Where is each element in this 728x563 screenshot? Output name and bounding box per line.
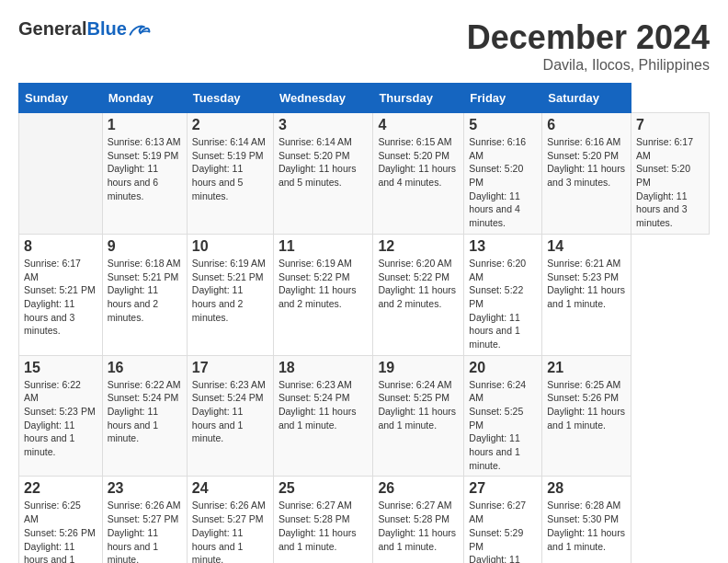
logo-blue-part: Blue <box>86 18 150 40</box>
day-number: 5 <box>469 117 537 133</box>
day-number: 7 <box>636 117 704 133</box>
day-number: 21 <box>547 360 626 376</box>
day-number: 16 <box>108 360 182 376</box>
day-number: 20 <box>469 360 537 376</box>
day-info: Sunrise: 6:25 AMSunset: 5:26 PMDaylight:… <box>24 500 96 563</box>
calendar-day-cell: 3 Sunrise: 6:14 AMSunset: 5:20 PMDayligh… <box>273 113 373 235</box>
day-info: Sunrise: 6:27 AMSunset: 5:29 PMDaylight:… <box>469 500 526 563</box>
day-info: Sunrise: 6:22 AMSunset: 5:23 PMDaylight:… <box>24 379 96 457</box>
calendar-day-cell <box>19 113 103 235</box>
day-info: Sunrise: 6:20 AMSunset: 5:22 PMDaylight:… <box>378 258 456 309</box>
calendar-day-cell: 14 Sunrise: 6:21 AMSunset: 5:23 PMDaylig… <box>542 234 631 355</box>
day-number: 6 <box>547 117 626 133</box>
day-info: Sunrise: 6:17 AMSunset: 5:21 PMDaylight:… <box>24 258 96 336</box>
title-area: December 2024 Davila, Ilocos, Philippine… <box>467 18 710 74</box>
calendar-day-cell: 12 Sunrise: 6:20 AMSunset: 5:22 PMDaylig… <box>373 234 464 355</box>
day-info: Sunrise: 6:19 AMSunset: 5:22 PMDaylight:… <box>279 258 357 309</box>
day-info: Sunrise: 6:26 AMSunset: 5:27 PMDaylight:… <box>108 500 181 563</box>
day-info: Sunrise: 6:24 AMSunset: 5:25 PMDaylight:… <box>469 379 526 471</box>
calendar-day-cell: 17 Sunrise: 6:23 AMSunset: 5:24 PMDaylig… <box>187 355 273 477</box>
calendar-day-cell: 24 Sunrise: 6:26 AMSunset: 5:27 PMDaylig… <box>187 477 273 563</box>
day-of-week-header: Sunday <box>19 84 103 113</box>
day-info: Sunrise: 6:18 AMSunset: 5:21 PMDaylight:… <box>108 258 181 323</box>
day-info: Sunrise: 6:26 AMSunset: 5:27 PMDaylight:… <box>192 500 266 563</box>
day-info: Sunrise: 6:21 AMSunset: 5:23 PMDaylight:… <box>547 258 625 309</box>
day-number: 2 <box>192 117 268 133</box>
calendar-day-cell: 15 Sunrise: 6:22 AMSunset: 5:23 PMDaylig… <box>19 355 103 477</box>
day-number: 19 <box>378 360 459 376</box>
day-number: 10 <box>192 238 268 255</box>
day-info: Sunrise: 6:16 AMSunset: 5:20 PMDaylight:… <box>547 136 625 188</box>
day-of-week-header: Monday <box>102 84 187 113</box>
calendar-day-cell: 9 Sunrise: 6:18 AMSunset: 5:21 PMDayligh… <box>102 234 187 355</box>
calendar-week-row: 22 Sunrise: 6:25 AMSunset: 5:26 PMDaylig… <box>19 477 710 563</box>
day-number: 18 <box>279 360 369 376</box>
calendar-day-cell: 11 Sunrise: 6:19 AMSunset: 5:22 PMDaylig… <box>273 234 373 355</box>
calendar-day-cell: 4 Sunrise: 6:15 AMSunset: 5:20 PMDayligh… <box>373 113 464 235</box>
day-number: 11 <box>279 238 369 255</box>
day-info: Sunrise: 6:23 AMSunset: 5:24 PMDaylight:… <box>192 379 266 444</box>
day-number: 28 <box>547 480 626 497</box>
day-of-week-header: Saturday <box>542 84 631 113</box>
logo-general-text: General <box>18 18 86 40</box>
day-of-week-header: Tuesday <box>187 84 273 113</box>
day-number: 15 <box>24 360 97 376</box>
logo-blue-text: Blue <box>86 18 126 40</box>
day-info: Sunrise: 6:17 AMSunset: 5:20 PMDaylight:… <box>636 136 693 228</box>
day-info: Sunrise: 6:27 AMSunset: 5:28 PMDaylight:… <box>378 500 456 551</box>
calendar-day-cell: 10 Sunrise: 6:19 AMSunset: 5:21 PMDaylig… <box>187 234 273 355</box>
day-number: 13 <box>469 238 537 255</box>
day-number: 23 <box>108 480 182 497</box>
calendar-week-row: 15 Sunrise: 6:22 AMSunset: 5:23 PMDaylig… <box>19 355 710 477</box>
day-info: Sunrise: 6:25 AMSunset: 5:26 PMDaylight:… <box>547 379 625 431</box>
day-of-week-header: Friday <box>464 84 542 113</box>
day-number: 17 <box>192 360 268 376</box>
day-info: Sunrise: 6:24 AMSunset: 5:25 PMDaylight:… <box>378 379 456 431</box>
day-info: Sunrise: 6:19 AMSunset: 5:21 PMDaylight:… <box>192 258 266 323</box>
logo: General Blue <box>18 18 151 40</box>
calendar-day-cell: 5 Sunrise: 6:16 AMSunset: 5:20 PMDayligh… <box>464 113 542 235</box>
day-number: 27 <box>469 480 537 497</box>
page-header: General Blue December 2024 Davila, Iloco… <box>18 18 710 74</box>
calendar-day-cell: 20 Sunrise: 6:24 AMSunset: 5:25 PMDaylig… <box>464 355 542 477</box>
calendar-day-cell: 19 Sunrise: 6:24 AMSunset: 5:25 PMDaylig… <box>373 355 464 477</box>
day-number: 9 <box>108 238 182 255</box>
calendar-day-cell: 22 Sunrise: 6:25 AMSunset: 5:26 PMDaylig… <box>19 477 103 563</box>
day-number: 25 <box>279 480 369 497</box>
day-of-week-header: Thursday <box>373 84 464 113</box>
day-info: Sunrise: 6:22 AMSunset: 5:24 PMDaylight:… <box>108 379 181 444</box>
calendar-day-cell: 1 Sunrise: 6:13 AMSunset: 5:19 PMDayligh… <box>102 113 187 235</box>
main-title: December 2024 <box>467 18 710 57</box>
calendar-day-cell: 25 Sunrise: 6:27 AMSunset: 5:28 PMDaylig… <box>273 477 373 563</box>
day-number: 14 <box>547 238 626 255</box>
day-number: 8 <box>24 238 97 255</box>
calendar-day-cell: 7 Sunrise: 6:17 AMSunset: 5:20 PMDayligh… <box>631 113 710 235</box>
day-info: Sunrise: 6:14 AMSunset: 5:19 PMDaylight:… <box>192 136 266 201</box>
day-number: 4 <box>378 117 459 133</box>
day-info: Sunrise: 6:15 AMSunset: 5:20 PMDaylight:… <box>378 136 456 188</box>
calendar-week-row: 1 Sunrise: 6:13 AMSunset: 5:19 PMDayligh… <box>19 113 710 235</box>
calendar-day-cell: 13 Sunrise: 6:20 AMSunset: 5:22 PMDaylig… <box>464 234 542 355</box>
day-number: 12 <box>378 238 459 255</box>
calendar-day-cell: 23 Sunrise: 6:26 AMSunset: 5:27 PMDaylig… <box>102 477 187 563</box>
calendar-day-cell: 28 Sunrise: 6:28 AMSunset: 5:30 PMDaylig… <box>542 477 631 563</box>
day-number: 24 <box>192 480 268 497</box>
calendar-day-cell: 27 Sunrise: 6:27 AMSunset: 5:29 PMDaylig… <box>464 477 542 563</box>
day-info: Sunrise: 6:27 AMSunset: 5:28 PMDaylight:… <box>279 500 357 551</box>
calendar-day-cell: 16 Sunrise: 6:22 AMSunset: 5:24 PMDaylig… <box>102 355 187 477</box>
calendar-week-row: 8 Sunrise: 6:17 AMSunset: 5:21 PMDayligh… <box>19 234 710 355</box>
day-number: 3 <box>279 117 369 133</box>
calendar-table: SundayMondayTuesdayWednesdayThursdayFrid… <box>18 83 710 563</box>
day-info: Sunrise: 6:20 AMSunset: 5:22 PMDaylight:… <box>469 258 526 350</box>
logo-bird-icon <box>129 20 151 39</box>
day-number: 22 <box>24 480 97 497</box>
day-number: 26 <box>378 480 459 497</box>
day-of-week-header: Wednesday <box>273 84 373 113</box>
calendar-day-cell: 6 Sunrise: 6:16 AMSunset: 5:20 PMDayligh… <box>542 113 631 235</box>
subtitle: Davila, Ilocos, Philippines <box>467 57 710 74</box>
day-number: 1 <box>108 117 182 133</box>
calendar-day-cell: 21 Sunrise: 6:25 AMSunset: 5:26 PMDaylig… <box>542 355 631 477</box>
day-info: Sunrise: 6:16 AMSunset: 5:20 PMDaylight:… <box>469 136 526 228</box>
calendar-day-cell: 8 Sunrise: 6:17 AMSunset: 5:21 PMDayligh… <box>19 234 103 355</box>
day-info: Sunrise: 6:23 AMSunset: 5:24 PMDaylight:… <box>279 379 357 431</box>
